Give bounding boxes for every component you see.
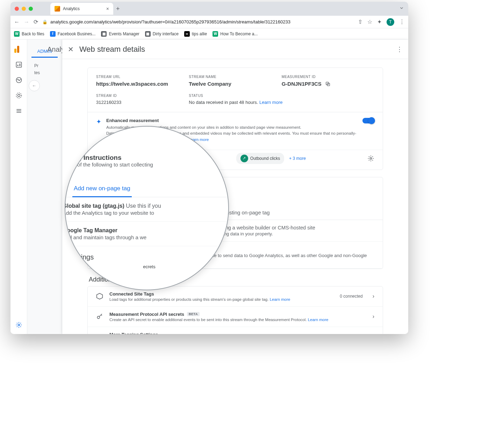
more-events-link[interactable]: + 3 more bbox=[289, 156, 306, 161]
bookmark-item[interactable]: ▦Dirty interface bbox=[145, 31, 179, 37]
status-text: No data received in past 48 hours. bbox=[189, 100, 258, 105]
bookmark-item[interactable]: ∞tips allie bbox=[184, 31, 207, 37]
tabs-dropdown-icon[interactable] bbox=[399, 6, 404, 12]
stream-name: Twelve Company bbox=[189, 81, 281, 87]
browser-toolbar: ← → ⟳ 🔒 analytics.google.com/analytics/w… bbox=[10, 16, 408, 28]
svg-rect-2 bbox=[19, 64, 20, 66]
extensions-icon[interactable]: ✦ bbox=[377, 19, 382, 25]
tags-icon bbox=[96, 293, 104, 300]
stream-id-label: STREAM ID bbox=[96, 94, 189, 98]
tab-add-new-tag[interactable]: Add new on-page tag bbox=[72, 181, 132, 197]
admin-gear-icon[interactable] bbox=[15, 321, 22, 328]
api-secrets-fragment: ecrets bbox=[143, 264, 155, 269]
gtag-option[interactable]: ⌄ g Global site tag (gtag.js) Use this i… bbox=[65, 197, 229, 222]
bookmark-icon: ▦ bbox=[101, 31, 107, 37]
analytics-favicon-icon bbox=[55, 6, 60, 12]
star-icon[interactable]: ☆ bbox=[367, 19, 372, 25]
tab-title: Analytics bbox=[63, 6, 103, 11]
address-bar[interactable]: 🔒 analytics.google.com/analytics/web/pro… bbox=[42, 19, 354, 24]
stream-url-label: STREAM URL bbox=[96, 75, 189, 79]
url-text: analytics.google.com/analytics/web/provi… bbox=[50, 19, 290, 24]
svg-rect-1 bbox=[17, 65, 18, 66]
close-panel-icon[interactable]: ✕ bbox=[68, 45, 74, 54]
copy-icon[interactable] bbox=[325, 81, 331, 87]
admin-sidebar: Analytics ADMIN Pr tes ← bbox=[27, 40, 62, 334]
api-title: Measurement Protocol API secrets bbox=[109, 312, 184, 317]
svg-point-5 bbox=[16, 93, 21, 98]
connected-title: Connected Site Tags bbox=[109, 291, 334, 297]
gtm-option[interactable]: ⌄ Google Tag Manager Add and maintain ta… bbox=[65, 222, 229, 246]
magnifier-overlay: 🔧 Tagging Instructions Use one of the fo… bbox=[65, 126, 229, 290]
configure-icon[interactable] bbox=[15, 107, 22, 114]
gtm-subtitle: Add and maintain tags through a we bbox=[65, 234, 146, 240]
status-label: STATUS bbox=[189, 94, 374, 98]
stream-name-label: STREAM NAME bbox=[189, 75, 281, 79]
back-button[interactable]: ← bbox=[29, 80, 40, 91]
additional-settings-heading: ditional Settings bbox=[65, 253, 229, 261]
lock-icon: 🔒 bbox=[42, 20, 48, 24]
chevron-right-icon: › bbox=[373, 334, 374, 334]
gtag-subtitle: Add the Analytics tag to your website to bbox=[65, 210, 161, 216]
bookmark-icon: W bbox=[213, 31, 218, 37]
gtm-title: Google Tag Manager bbox=[65, 227, 146, 234]
bookmark-item[interactable]: fFacebook Busines... bbox=[50, 31, 96, 37]
gtag-hint: Use this if you bbox=[126, 203, 161, 209]
status-learn-more-link[interactable]: Learn more bbox=[259, 100, 282, 105]
svg-point-17 bbox=[97, 316, 100, 319]
minimize-window-icon[interactable] bbox=[22, 7, 26, 11]
left-navigation-rail bbox=[10, 40, 27, 334]
svg-rect-6 bbox=[16, 109, 21, 110]
bookmark-icon: f bbox=[50, 31, 56, 37]
more-tagging-row[interactable]: More Tagging Settings Configure client-s… bbox=[88, 327, 383, 334]
bookmark-item[interactable]: WBack to files bbox=[14, 31, 44, 37]
link-out-icon: ↗ bbox=[240, 155, 248, 162]
explore-icon[interactable] bbox=[15, 92, 22, 99]
analytics-logo-icon[interactable] bbox=[14, 44, 23, 53]
bookmark-icon: W bbox=[14, 31, 20, 37]
sparkle-icon: ✦ bbox=[96, 118, 101, 143]
close-tab-icon[interactable]: × bbox=[106, 6, 109, 12]
panel-header: ✕ Web stream details ⋮ bbox=[62, 40, 408, 59]
stream-url: https://twelve.w3spaces.com bbox=[96, 81, 189, 87]
gtag-title: Global site tag (gtag.js) bbox=[65, 203, 124, 209]
svg-rect-0 bbox=[16, 62, 21, 68]
realtime-icon[interactable] bbox=[15, 77, 22, 84]
nav-back-icon[interactable]: ← bbox=[14, 19, 20, 25]
reload-icon[interactable]: ⟳ bbox=[34, 19, 38, 25]
maximize-window-icon[interactable] bbox=[29, 7, 33, 11]
profile-avatar[interactable]: T bbox=[387, 18, 394, 26]
panel-title: Web stream details bbox=[79, 45, 145, 54]
chevron-right-icon: › bbox=[373, 293, 374, 299]
connected-site-tags-row[interactable]: Connected Site Tags Load tags for additi… bbox=[88, 286, 383, 307]
reports-icon[interactable] bbox=[15, 61, 22, 68]
tab-strip: Analytics × + bbox=[10, 2, 408, 16]
more-tagging-title: More Tagging Settings bbox=[109, 332, 363, 334]
new-tab-button[interactable]: + bbox=[116, 5, 120, 13]
beta-badge: BETA bbox=[187, 312, 200, 316]
measurement-id-label: MEASUREMENT ID bbox=[282, 75, 374, 79]
enhanced-toggle[interactable] bbox=[362, 118, 374, 123]
connected-sub: Load tags for additional properties or p… bbox=[109, 297, 268, 301]
nav-forward-icon: → bbox=[24, 19, 29, 25]
svg-rect-7 bbox=[16, 111, 21, 111]
browser-menu-icon[interactable]: ⋮ bbox=[399, 19, 405, 25]
bookmark-icon: ▦ bbox=[145, 31, 151, 37]
close-window-icon[interactable] bbox=[15, 7, 19, 11]
connected-count: 0 connected bbox=[340, 294, 362, 299]
connected-learn-link[interactable]: Learn more bbox=[270, 297, 290, 301]
tagging-subtitle: Use one of the following to start collec… bbox=[65, 162, 153, 168]
bookmark-item[interactable]: ▦Events Manager bbox=[101, 31, 139, 37]
svg-rect-8 bbox=[16, 112, 21, 113]
api-learn-link[interactable]: Learn more bbox=[308, 318, 329, 322]
api-sub: Create an API secret to enable additiona… bbox=[109, 318, 307, 322]
api-secrets-row[interactable]: Measurement Protocol API secretsBETA Cre… bbox=[88, 307, 383, 327]
tag-outline-icon bbox=[96, 333, 104, 334]
share-icon[interactable]: ⇧ bbox=[358, 19, 362, 25]
panel-menu-icon[interactable]: ⋮ bbox=[396, 45, 403, 53]
measuring-settings-icon[interactable] bbox=[367, 155, 374, 162]
bookmark-item[interactable]: WHow To Become a... bbox=[213, 31, 258, 37]
svg-point-13 bbox=[370, 157, 372, 159]
key-icon bbox=[96, 313, 104, 320]
browser-tab[interactable]: Analytics × bbox=[50, 3, 113, 15]
outbound-clicks-chip: ↗ Outbound clicks bbox=[236, 153, 284, 164]
